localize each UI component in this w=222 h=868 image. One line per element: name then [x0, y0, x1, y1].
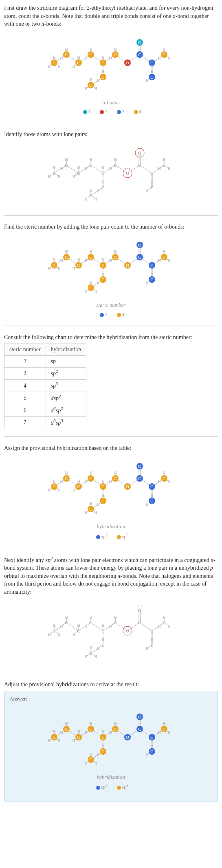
svg-text:H: H [53, 479, 55, 483]
svg-text:C: C [150, 60, 153, 65]
leg3-1: 3 [105, 311, 108, 317]
svg-text:C: C [77, 628, 80, 633]
svg-text:H: H [101, 729, 104, 734]
svg-text:H: H [53, 258, 55, 262]
svg-text:H: H [77, 729, 80, 734]
svg-text:H: H [163, 249, 165, 254]
svg-text:C: C [150, 735, 153, 740]
svg-text:H: H [89, 249, 92, 254]
molecule-lonepair-svg: HHHHHHHHHHHHHHHHHHHHHHCCCCCCOCOCCCCC [42, 143, 180, 208]
svg-text:C: C [163, 255, 165, 260]
svg-text:H: H [158, 480, 160, 484]
dot-red [100, 110, 104, 114]
svg-text:H: H [53, 623, 55, 627]
svg-text:H: H [77, 479, 80, 483]
leg1-3: 3 [122, 108, 125, 115]
steric-legend-title: steric number [4, 302, 218, 309]
svg-text:H: H [65, 157, 68, 161]
sigma-legend-title: σ-bonds [4, 99, 218, 106]
svg-text:H: H [167, 55, 170, 60]
svg-text:H: H [77, 258, 80, 262]
leg7-2: sp3 [122, 784, 128, 790]
svg-text:H: H [150, 69, 153, 73]
p6-b: atoms with lone pair electrons which can… [53, 557, 211, 563]
answer-label: Answer: [9, 695, 213, 703]
steric-diagram: HHHHHHHHHHHHHHHHHHHHHHCCCCCCOCOCCCCC ste… [4, 235, 218, 318]
svg-text:H: H [163, 46, 165, 51]
svg-text:H: H [89, 501, 92, 506]
svg-text:O: O [126, 263, 129, 268]
prov-diagram: HHHHHHHHHHHHHHHHHHHHHHCCCCCCOCOCCCCC hyb… [4, 456, 218, 540]
separator [4, 548, 218, 548]
dot-orange [117, 313, 121, 317]
svg-text:H: H [65, 721, 68, 726]
svg-text:H: H [163, 471, 165, 475]
svg-text:H: H [84, 480, 87, 484]
cell-steric: 5 [4, 392, 46, 404]
svg-text:C: C [101, 484, 104, 489]
hybridization-table: steric number hybridization 2sp3sp24sp35… [4, 344, 86, 429]
svg-text:O: O [126, 60, 129, 65]
prov-legend-title: hybridization [4, 523, 218, 530]
svg-text:H: H [97, 646, 99, 650]
svg-text:H: H [101, 637, 104, 641]
svg-text:H: H [150, 179, 153, 184]
svg-text:H: H [60, 623, 63, 628]
svg-text:H: H [94, 761, 97, 765]
svg-text:H: H [89, 280, 92, 284]
svg-text:H: H [48, 738, 51, 743]
svg-text:C: C [138, 163, 141, 167]
svg-text:H: H [89, 77, 92, 82]
separator [4, 215, 218, 216]
leg7-1: sp2 [101, 784, 108, 790]
svg-text:H: H [158, 730, 160, 735]
cell-hyb: d2sp3 [46, 404, 86, 416]
svg-text:O: O [126, 735, 129, 740]
cell-hyb: d3sp3 [46, 416, 86, 429]
lone-pair-diagram: HHHHHHHHHHHHHHHHHHHHHHCCCCCCOCOCCCCC [4, 143, 218, 208]
svg-text:C: C [89, 507, 92, 511]
svg-text:H: H [89, 157, 92, 161]
svg-text:H: H [84, 510, 87, 515]
svg-point-411 [137, 605, 138, 606]
svg-text:C: C [77, 171, 80, 176]
svg-text:C: C [101, 498, 104, 503]
svg-text:H: H [57, 267, 60, 271]
svg-text:C: C [53, 628, 55, 633]
svg-text:H: H [114, 157, 116, 161]
leg3-2: 4 [122, 311, 125, 317]
svg-text:C: C [163, 620, 165, 625]
svg-text:H: H [84, 623, 87, 628]
svg-text:H: H [167, 166, 170, 170]
svg-text:H: H [84, 196, 87, 201]
svg-text:H: H [89, 46, 92, 51]
svg-text:H: H [101, 165, 104, 170]
svg-text:C: C [150, 185, 153, 190]
svg-text:C: C [150, 277, 153, 282]
svg-text:O: O [138, 464, 141, 469]
svg-text:H: H [48, 632, 51, 636]
svg-text:C: C [77, 484, 80, 489]
svg-text:H: H [89, 471, 92, 475]
svg-text:C: C [138, 620, 141, 625]
molecule-prov-svg: HHHHHHHHHHHHHHHHHHHHHHCCCCCCOCOCCCCC [42, 456, 180, 521]
svg-text:H: H [101, 55, 104, 59]
sigma-legend: σ-bonds 1 | 2 | 3 | 4 [4, 99, 218, 115]
svg-text:O: O [126, 628, 129, 633]
svg-text:H: H [150, 744, 153, 748]
svg-text:H: H [114, 471, 116, 475]
svg-text:H: H [158, 258, 160, 263]
cell-steric: 4 [4, 379, 46, 392]
svg-text:H: H [89, 645, 92, 650]
svg-text:C: C [163, 163, 165, 167]
svg-text:H: H [84, 654, 87, 659]
svg-text:C: C [53, 171, 55, 176]
svg-point-155 [125, 168, 126, 169]
svg-text:H: H [163, 615, 165, 619]
svg-text:C: C [101, 171, 104, 176]
p6-a: Next identify any [4, 557, 45, 563]
svg-text:H: H [94, 654, 97, 659]
cell-hyb: dsp3 [46, 392, 86, 404]
svg-text:H: H [53, 165, 55, 170]
svg-text:H: H [101, 179, 104, 184]
